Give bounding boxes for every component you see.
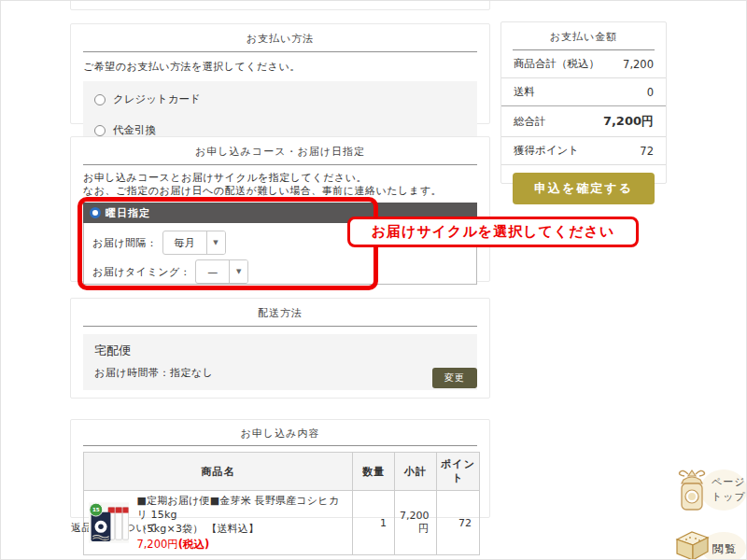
course-description-line1: お申し込みコースとお届けサイクルを指定してください。 bbox=[83, 172, 477, 185]
rice-bag-front bbox=[92, 512, 111, 541]
payment-option-label: 代金引換 bbox=[113, 123, 156, 137]
order-title: お申し込み内容 bbox=[71, 420, 489, 445]
item-subtotal: 7,200円 bbox=[395, 491, 437, 555]
tax-included-label: (税込) bbox=[178, 538, 210, 551]
divider bbox=[83, 445, 477, 446]
page-top-label: ページ トップ bbox=[712, 475, 746, 505]
chevron-down-icon: ▼ bbox=[229, 260, 247, 283]
interval-value: 毎月 bbox=[163, 231, 206, 254]
product-name-line2: （5kg×3袋） 【送料込】 bbox=[136, 522, 347, 536]
delivery-cycle-callout: お届けサイクルを選択してください bbox=[347, 217, 639, 247]
summary-label: 商品合計（税込） bbox=[514, 57, 599, 71]
confirm-order-button[interactable]: 申込を確定する bbox=[513, 173, 655, 204]
timing-select[interactable]: — ▼ bbox=[195, 259, 248, 284]
payment-summary-panel: お支払い金額 商品合計（税込） 7,200 送料 0 総合計 7,200円 獲得… bbox=[500, 21, 667, 184]
summary-label: 送料 bbox=[514, 85, 535, 99]
day-specification-label: 曜日指定 bbox=[106, 206, 150, 220]
column-product-name: 商品名 bbox=[84, 453, 353, 491]
shipping-time-window: お届け時間帯：指定なし bbox=[94, 366, 466, 380]
product-cell: 15 ■定期お届け便■金芽米 長野県産コシヒカリ 15kg （5kg×3袋） 【… bbox=[89, 494, 347, 552]
weight-badge: 15 bbox=[90, 503, 103, 516]
summary-label: 総合計 bbox=[514, 115, 546, 129]
summary-value: 7,200 bbox=[623, 58, 654, 71]
chevron-down-icon: ▼ bbox=[206, 231, 225, 254]
summary-value: 0 bbox=[647, 86, 654, 99]
interval-row: お届け間隔： 毎月 ▼ bbox=[92, 231, 226, 255]
summary-value: 72 bbox=[640, 145, 654, 158]
timing-value: — bbox=[196, 260, 229, 283]
shipping-panel: 宅配便 お届け時間帯：指定なし bbox=[83, 334, 477, 390]
divider bbox=[83, 51, 477, 52]
previous-section-cutoff bbox=[70, 0, 490, 10]
column-quantity: 数量 bbox=[353, 453, 395, 491]
product-text: ■定期お届け便■金芽米 長野県産コシヒカリ 15kg （5kg×3袋） 【送料込… bbox=[136, 494, 347, 552]
summary-row-item-total: 商品合計（税込） 7,200 bbox=[501, 50, 666, 78]
divider bbox=[83, 164, 477, 165]
item-quantity: 1 bbox=[353, 491, 395, 555]
order-table: 商品名 数量 小計 ポイント bbox=[83, 452, 480, 555]
svg-text:15: 15 bbox=[92, 507, 100, 512]
radio-selected-icon[interactable] bbox=[90, 207, 101, 218]
course-section: お申し込みコース・お届け日指定 お申し込みコースとお届けサイクルを指定してくださ… bbox=[70, 136, 490, 282]
payment-option-label: クレジットカード bbox=[113, 92, 201, 106]
radio-unselected-icon[interactable] bbox=[94, 125, 106, 136]
shipping-section: 配送方法 宅配便 お届け時間帯：指定なし 変更 bbox=[70, 298, 490, 399]
order-section: お申し込み内容 商品名 数量 小計 ポイント bbox=[70, 419, 490, 518]
divider bbox=[83, 326, 477, 327]
product-image: 15 bbox=[89, 499, 129, 546]
product-name-line1: ■定期お届け便■金芽米 長野県産コシヒカリ 15kg bbox=[136, 494, 347, 522]
payment-method-section: お支払い方法 ご希望のお支払い方法を選択してください。 クレジットカード 代金引… bbox=[70, 23, 490, 124]
rice-jar-icon bbox=[676, 467, 708, 513]
timing-label: お届けタイミング： bbox=[92, 265, 190, 279]
course-section-title: お申し込みコース・お届け日指定 bbox=[71, 137, 489, 164]
page-top-button[interactable]: ページ トップ bbox=[676, 467, 746, 515]
shipping-title: 配送方法 bbox=[71, 299, 489, 326]
summary-title: お支払い金額 bbox=[501, 22, 666, 49]
shipping-method: 宅配便 bbox=[94, 343, 466, 359]
summary-label: 獲得ポイント bbox=[514, 144, 579, 158]
payment-method-title: お支払い方法 bbox=[71, 24, 489, 51]
payment-option-credit-card[interactable]: クレジットカード bbox=[94, 84, 466, 115]
rice-bags-back bbox=[108, 508, 129, 540]
rice-box-icon bbox=[673, 526, 711, 560]
column-points: ポイント bbox=[437, 453, 480, 491]
timing-row: お届けタイミング： — ▼ bbox=[92, 259, 248, 284]
recently-viewed-button[interactable]: 閲覧 bbox=[673, 526, 746, 560]
payment-method-description: ご希望のお支払い方法を選択してください。 bbox=[83, 61, 477, 74]
column-subtotal: 小計 bbox=[395, 453, 437, 491]
checkout-page: { "colors":{ "accent-red":"#ee0000", "go… bbox=[0, 0, 747, 560]
summary-value: 7,200円 bbox=[603, 113, 654, 130]
product-price: 7,200円(税込) bbox=[136, 538, 347, 552]
interval-label: お届け間隔： bbox=[92, 236, 158, 250]
recently-viewed-label: 閲覧 bbox=[712, 541, 737, 556]
order-table-header-row: 商品名 数量 小計 ポイント bbox=[84, 453, 480, 491]
course-description-line2: なお、ご指定のお届け日への配送が難しい場合、事前に連絡いたします。 bbox=[83, 185, 477, 198]
interval-select[interactable]: 毎月 ▼ bbox=[162, 231, 226, 255]
item-points: 72 bbox=[437, 491, 480, 555]
summary-row-grand-total: 総合計 7,200円 bbox=[501, 105, 666, 137]
radio-unselected-icon[interactable] bbox=[94, 94, 106, 105]
summary-row-shipping-fee: 送料 0 bbox=[501, 78, 666, 106]
summary-row-points-earned: 獲得ポイント 72 bbox=[501, 137, 666, 165]
change-shipping-button[interactable]: 変更 bbox=[432, 368, 477, 388]
